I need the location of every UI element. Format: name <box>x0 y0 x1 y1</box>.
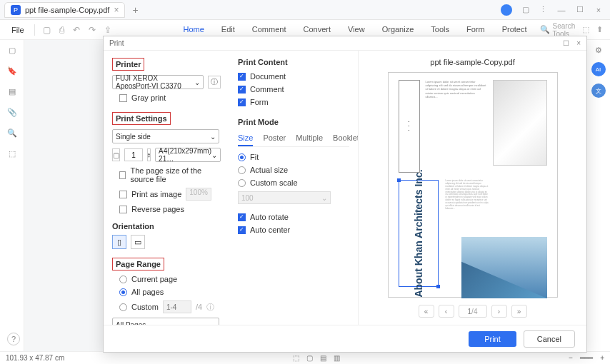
dialog-close-icon[interactable]: × <box>576 39 581 47</box>
chevron-down-icon: ⌄ <box>194 79 200 86</box>
search-panel-icon[interactable]: 🔍 <box>7 128 17 138</box>
sb-icon[interactable]: ▤ <box>320 354 326 362</box>
right-tool-rail: ⚙ AI 文 <box>586 40 610 351</box>
dialog-footer: Print Cancel <box>104 325 586 352</box>
bookmark-icon[interactable]: 🔖 <box>7 66 17 76</box>
cancel-button[interactable]: Cancel <box>524 330 575 348</box>
properties-icon[interactable]: ⚙ <box>595 46 602 55</box>
document-tab[interactable]: P ppt file-sample-Copy.pdf × <box>4 2 125 18</box>
printer-settings-column: Printer FUJI XEROX ApeosPort-VI C3370⌄ ⓘ… <box>104 51 229 325</box>
next-page-button[interactable]: › <box>491 305 507 318</box>
print-as-image-checkbox[interactable] <box>119 191 127 198</box>
attach-icon[interactable]: 📎 <box>7 108 17 117</box>
pages-subset-select[interactable]: All Pages⌄ <box>112 318 219 325</box>
first-page-button[interactable]: « <box>419 305 434 318</box>
file-menu[interactable]: File <box>7 26 29 34</box>
duplex-select[interactable]: Single side⌄ <box>112 129 219 143</box>
custom-scale-radio[interactable] <box>238 179 246 187</box>
close-tab-icon[interactable]: × <box>114 5 119 15</box>
custom-range-label: Custom <box>131 303 159 311</box>
redo-icon[interactable]: ↷ <box>86 25 99 35</box>
status-bar: 101.93 x 47.87 cm ⬚ ▢ ▤ ▥ − ━━━ + <box>0 351 610 364</box>
translate-icon[interactable]: 文 <box>591 84 606 98</box>
custom-range-radio[interactable] <box>119 303 127 311</box>
orientation-label: Orientation <box>112 222 221 231</box>
mode-tab-size[interactable]: Size <box>238 132 253 146</box>
zoom-slider[interactable]: ━━━ <box>580 354 593 362</box>
print-dialog: Print ☐ × Printer FUJI XEROX ApeosPort-V… <box>103 36 587 353</box>
dialog-maximize-icon[interactable]: ☐ <box>563 39 569 47</box>
paper-size-select[interactable]: A4(210x297mm) 21…⌄ <box>155 148 221 162</box>
range-help-icon[interactable]: ⓘ <box>206 302 214 313</box>
gray-print-checkbox[interactable] <box>119 94 127 102</box>
search-icon: 🔍 <box>540 25 550 34</box>
source-page-size-checkbox[interactable] <box>119 171 126 179</box>
fit-radio[interactable] <box>238 153 246 161</box>
close-window-icon[interactable]: × <box>594 6 603 14</box>
dpi-input: 100% <box>186 188 211 201</box>
print-mode-tabs: Size Poster Multiple Booklet <box>238 132 349 147</box>
help-button[interactable]: ? <box>7 333 20 345</box>
comment-checkbox[interactable] <box>238 86 246 93</box>
mode-tab-multiple[interactable]: Multiple <box>296 132 323 146</box>
zoom-out-icon[interactable]: − <box>569 354 573 362</box>
app-tabbar: P ppt file-sample-Copy.pdf × + ▢ ⋮ — ☐ × <box>0 0 610 20</box>
print-as-image-label: Print as image <box>131 190 181 198</box>
add-tab-button[interactable]: + <box>128 4 142 16</box>
share-icon[interactable]: ⇪ <box>101 25 114 35</box>
dimensions-readout: 101.93 x 47.87 cm <box>6 354 64 362</box>
print-mode-label: Print Mode <box>238 118 349 126</box>
preview-photo <box>461 237 547 298</box>
auto-rotate-checkbox[interactable] <box>238 213 246 221</box>
form-checkbox[interactable] <box>238 98 246 106</box>
last-page-button[interactable]: » <box>511 305 527 318</box>
prev-page-button[interactable]: ‹ <box>439 305 454 318</box>
maximize-icon[interactable]: ☐ <box>576 6 584 14</box>
landscape-button[interactable]: ▭ <box>131 235 145 249</box>
user-avatar-icon[interactable] <box>501 4 512 16</box>
preview-pagination: « ‹ 1/4 › » <box>419 305 527 318</box>
printer-info-button[interactable]: ⓘ <box>208 76 221 89</box>
document-checkbox[interactable] <box>238 73 246 81</box>
printer-select[interactable]: FUJI XEROX ApeosPort-VI C3370⌄ <box>112 75 204 89</box>
reverse-pages-checkbox[interactable] <box>119 206 127 213</box>
minimize-icon[interactable]: — <box>557 6 566 14</box>
print-button[interactable]: Print <box>469 331 516 347</box>
preview-column: ppt file-sample-Copy.pdf ▪ ▪ ▪ Lorem ips… <box>358 51 586 325</box>
cloud-icon[interactable]: ⬚ <box>582 25 589 34</box>
expand-icon[interactable]: ⬆ <box>596 25 603 34</box>
custom-range-input[interactable] <box>163 300 191 313</box>
all-pages-radio[interactable] <box>119 288 127 296</box>
sb-icon[interactable]: ⬚ <box>293 354 299 362</box>
save-icon[interactable]: ▢ <box>40 25 54 35</box>
mode-tab-poster[interactable]: Poster <box>263 132 286 146</box>
chevron-down-icon: ⌄ <box>321 194 327 202</box>
current-page-radio[interactable] <box>119 275 127 283</box>
mode-tab-booklet[interactable]: Booklet <box>333 132 359 146</box>
outline-icon[interactable]: ▤ <box>9 87 16 96</box>
copies-stepper[interactable]: ▴▾ <box>147 148 151 161</box>
dialog-titlebar: Print ☐ × <box>104 36 586 51</box>
all-pages-label: All pages <box>131 288 164 296</box>
dialog-title-text: Print <box>109 39 124 47</box>
kebab-icon[interactable]: ⋮ <box>539 5 547 14</box>
print-icon[interactable]: ⎙ <box>56 25 67 35</box>
ai-icon[interactable]: AI <box>591 62 606 76</box>
undo-icon[interactable]: ↶ <box>70 25 83 35</box>
print-settings-section-label: Print Settings <box>112 112 171 125</box>
sb-icon[interactable]: ▥ <box>334 354 340 362</box>
thumb-icon[interactable]: ▢ <box>9 46 16 55</box>
preview-about-box: About Khan Architects Inc. <box>399 180 439 287</box>
copies-input[interactable] <box>124 148 143 161</box>
portrait-button[interactable]: ▯ <box>112 235 126 249</box>
sb-icon[interactable]: ▢ <box>306 354 313 362</box>
auto-center-checkbox[interactable] <box>238 226 246 234</box>
actual-size-radio[interactable] <box>238 166 246 174</box>
left-tool-rail: ▢ 🔖 ▤ 📎 🔍 ⬚ <box>0 40 24 351</box>
layers-icon[interactable]: ⬚ <box>9 149 16 158</box>
scale-input: 100⌄ <box>238 191 331 204</box>
preview-text-block: Lorem ipsum dolor sit amet consectetur a… <box>426 80 487 173</box>
zoom-in-icon[interactable]: + <box>600 354 604 362</box>
gift-icon[interactable]: ▢ <box>522 5 529 14</box>
source-page-size-label: The page size of the source file <box>130 166 221 183</box>
